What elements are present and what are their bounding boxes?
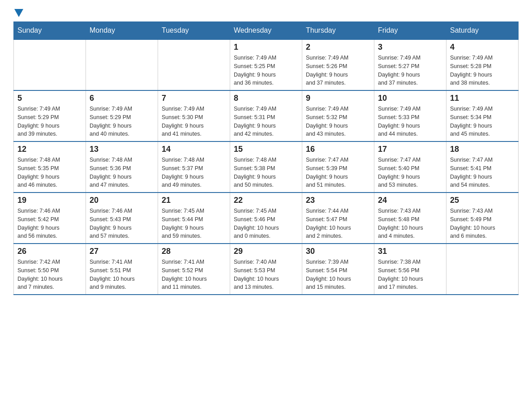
day-info: Sunrise: 7:49 AMSunset: 5:29 PMDaylight:… xyxy=(90,105,154,138)
day-number: 18 xyxy=(450,145,515,154)
day-of-week-header: Monday xyxy=(86,22,158,40)
logo-triangle-icon xyxy=(14,9,23,17)
day-info: Sunrise: 7:49 AMSunset: 5:34 PMDaylight:… xyxy=(450,105,515,138)
calendar-cell: 6Sunrise: 7:49 AMSunset: 5:29 PMDaylight… xyxy=(86,90,158,141)
day-number: 27 xyxy=(90,247,154,256)
calendar-cell: 2Sunrise: 7:49 AMSunset: 5:26 PMDaylight… xyxy=(302,39,374,90)
day-info: Sunrise: 7:38 AMSunset: 5:56 PMDaylight:… xyxy=(378,258,442,291)
day-number: 28 xyxy=(162,247,226,256)
day-number: 24 xyxy=(378,196,442,205)
day-info: Sunrise: 7:49 AMSunset: 5:26 PMDaylight:… xyxy=(306,54,370,87)
calendar-cell: 22Sunrise: 7:45 AMSunset: 5:46 PMDayligh… xyxy=(230,193,302,244)
day-number: 12 xyxy=(17,145,82,154)
calendar-cell: 7Sunrise: 7:49 AMSunset: 5:30 PMDaylight… xyxy=(158,90,230,141)
calendar-cell: 5Sunrise: 7:49 AMSunset: 5:29 PMDaylight… xyxy=(14,90,86,141)
day-info: Sunrise: 7:40 AMSunset: 5:53 PMDaylight:… xyxy=(234,258,298,291)
calendar-cell: 11Sunrise: 7:49 AMSunset: 5:34 PMDayligh… xyxy=(446,90,519,141)
day-number: 16 xyxy=(306,145,370,154)
day-info: Sunrise: 7:47 AMSunset: 5:39 PMDaylight:… xyxy=(306,156,370,189)
day-of-week-header: Thursday xyxy=(302,22,374,40)
calendar-cell: 15Sunrise: 7:48 AMSunset: 5:38 PMDayligh… xyxy=(230,141,302,193)
day-number: 5 xyxy=(17,94,82,103)
day-of-week-header: Friday xyxy=(374,22,446,40)
day-info: Sunrise: 7:39 AMSunset: 5:54 PMDaylight:… xyxy=(306,258,370,291)
day-info: Sunrise: 7:48 AMSunset: 5:37 PMDaylight:… xyxy=(162,156,226,189)
day-info: Sunrise: 7:45 AMSunset: 5:44 PMDaylight:… xyxy=(162,207,226,240)
day-info: Sunrise: 7:43 AMSunset: 5:49 PMDaylight:… xyxy=(450,207,515,240)
logo xyxy=(13,9,23,17)
day-number: 21 xyxy=(162,196,226,205)
day-info: Sunrise: 7:45 AMSunset: 5:46 PMDaylight:… xyxy=(234,207,298,240)
day-number: 2 xyxy=(306,43,370,52)
calendar-cell: 18Sunrise: 7:47 AMSunset: 5:41 PMDayligh… xyxy=(446,141,519,193)
calendar-cell: 10Sunrise: 7:49 AMSunset: 5:33 PMDayligh… xyxy=(374,90,446,141)
day-number: 10 xyxy=(378,94,442,103)
day-number: 3 xyxy=(378,43,442,52)
calendar-cell: 23Sunrise: 7:44 AMSunset: 5:47 PMDayligh… xyxy=(302,193,374,244)
calendar-cell: 30Sunrise: 7:39 AMSunset: 5:54 PMDayligh… xyxy=(302,244,374,295)
day-number: 1 xyxy=(234,43,298,52)
calendar-cell: 26Sunrise: 7:42 AMSunset: 5:50 PMDayligh… xyxy=(14,244,86,295)
logo-text xyxy=(13,9,23,17)
calendar-cell: 27Sunrise: 7:41 AMSunset: 5:51 PMDayligh… xyxy=(86,244,158,295)
day-info: Sunrise: 7:49 AMSunset: 5:25 PMDaylight:… xyxy=(234,54,298,87)
day-number: 25 xyxy=(450,196,515,205)
day-number: 22 xyxy=(234,196,298,205)
calendar-cell: 4Sunrise: 7:49 AMSunset: 5:28 PMDaylight… xyxy=(446,39,519,90)
day-of-week-header: Wednesday xyxy=(230,22,302,40)
calendar-cell xyxy=(86,39,158,90)
day-info: Sunrise: 7:49 AMSunset: 5:33 PMDaylight:… xyxy=(378,105,442,138)
day-number: 4 xyxy=(450,43,515,52)
day-number: 7 xyxy=(162,94,226,103)
day-number: 31 xyxy=(378,247,442,256)
calendar-cell: 28Sunrise: 7:41 AMSunset: 5:52 PMDayligh… xyxy=(158,244,230,295)
day-number: 19 xyxy=(17,196,82,205)
calendar-cell: 31Sunrise: 7:38 AMSunset: 5:56 PMDayligh… xyxy=(374,244,446,295)
day-info: Sunrise: 7:49 AMSunset: 5:28 PMDaylight:… xyxy=(450,54,515,87)
calendar-cell: 1Sunrise: 7:49 AMSunset: 5:25 PMDaylight… xyxy=(230,39,302,90)
day-info: Sunrise: 7:48 AMSunset: 5:35 PMDaylight:… xyxy=(17,156,82,189)
day-number: 6 xyxy=(90,94,154,103)
day-info: Sunrise: 7:49 AMSunset: 5:32 PMDaylight:… xyxy=(306,105,370,138)
calendar-cell: 21Sunrise: 7:45 AMSunset: 5:44 PMDayligh… xyxy=(158,193,230,244)
day-info: Sunrise: 7:47 AMSunset: 5:40 PMDaylight:… xyxy=(378,156,442,189)
calendar-cell: 16Sunrise: 7:47 AMSunset: 5:39 PMDayligh… xyxy=(302,141,374,193)
day-number: 11 xyxy=(450,94,515,103)
day-info: Sunrise: 7:49 AMSunset: 5:31 PMDaylight:… xyxy=(234,105,298,138)
calendar-cell: 29Sunrise: 7:40 AMSunset: 5:53 PMDayligh… xyxy=(230,244,302,295)
day-info: Sunrise: 7:44 AMSunset: 5:47 PMDaylight:… xyxy=(306,207,370,240)
day-number: 8 xyxy=(234,94,298,103)
day-of-week-header: Saturday xyxy=(446,22,519,40)
calendar-cell xyxy=(158,39,230,90)
calendar-week-row: 12Sunrise: 7:48 AMSunset: 5:35 PMDayligh… xyxy=(14,141,519,193)
day-info: Sunrise: 7:41 AMSunset: 5:51 PMDaylight:… xyxy=(90,258,154,291)
day-info: Sunrise: 7:49 AMSunset: 5:30 PMDaylight:… xyxy=(162,105,226,138)
calendar-cell xyxy=(446,244,519,295)
calendar-cell: 9Sunrise: 7:49 AMSunset: 5:32 PMDaylight… xyxy=(302,90,374,141)
day-info: Sunrise: 7:49 AMSunset: 5:27 PMDaylight:… xyxy=(378,54,442,87)
day-of-week-header: Sunday xyxy=(14,22,86,40)
calendar-cell: 12Sunrise: 7:48 AMSunset: 5:35 PMDayligh… xyxy=(14,141,86,193)
day-number: 29 xyxy=(234,247,298,256)
day-number: 14 xyxy=(162,145,226,154)
day-info: Sunrise: 7:48 AMSunset: 5:38 PMDaylight:… xyxy=(234,156,298,189)
day-info: Sunrise: 7:43 AMSunset: 5:48 PMDaylight:… xyxy=(378,207,442,240)
calendar-cell: 13Sunrise: 7:48 AMSunset: 5:36 PMDayligh… xyxy=(86,141,158,193)
day-info: Sunrise: 7:49 AMSunset: 5:29 PMDaylight:… xyxy=(17,105,82,138)
day-number: 9 xyxy=(306,94,370,103)
calendar-cell: 14Sunrise: 7:48 AMSunset: 5:37 PMDayligh… xyxy=(158,141,230,193)
day-info: Sunrise: 7:41 AMSunset: 5:52 PMDaylight:… xyxy=(162,258,226,291)
calendar-week-row: 1Sunrise: 7:49 AMSunset: 5:25 PMDaylight… xyxy=(14,39,519,90)
calendar-cell: 17Sunrise: 7:47 AMSunset: 5:40 PMDayligh… xyxy=(374,141,446,193)
day-info: Sunrise: 7:47 AMSunset: 5:41 PMDaylight:… xyxy=(450,156,515,189)
calendar-cell: 20Sunrise: 7:46 AMSunset: 5:43 PMDayligh… xyxy=(86,193,158,244)
day-number: 30 xyxy=(306,247,370,256)
calendar-header-row: SundayMondayTuesdayWednesdayThursdayFrid… xyxy=(14,22,519,40)
day-info: Sunrise: 7:46 AMSunset: 5:43 PMDaylight:… xyxy=(90,207,154,240)
calendar-cell: 24Sunrise: 7:43 AMSunset: 5:48 PMDayligh… xyxy=(374,193,446,244)
calendar-table: SundayMondayTuesdayWednesdayThursdayFrid… xyxy=(13,21,519,295)
day-number: 20 xyxy=(90,196,154,205)
day-number: 15 xyxy=(234,145,298,154)
calendar-week-row: 5Sunrise: 7:49 AMSunset: 5:29 PMDaylight… xyxy=(14,90,519,141)
calendar-week-row: 26Sunrise: 7:42 AMSunset: 5:50 PMDayligh… xyxy=(14,244,519,295)
